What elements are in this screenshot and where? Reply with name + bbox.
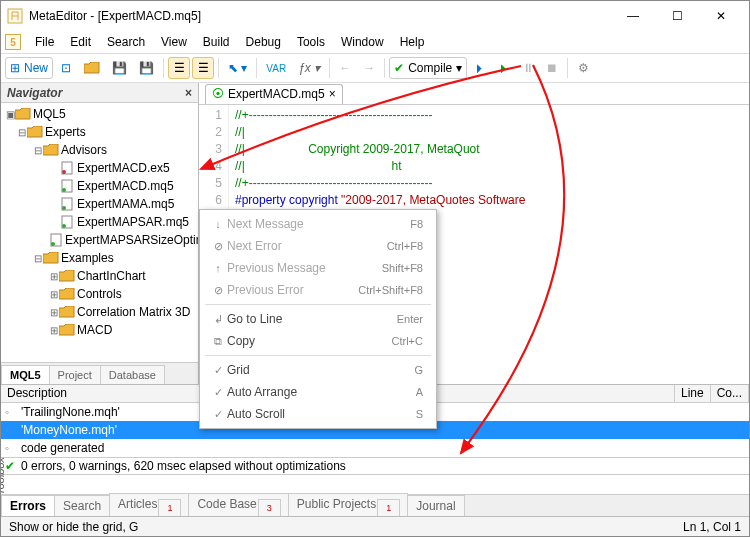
menu-window[interactable]: Window xyxy=(333,33,392,51)
app-icon xyxy=(7,8,23,24)
cursor-icon[interactable]: ⬉ ▾ xyxy=(223,57,252,79)
minimize-button[interactable]: — xyxy=(611,1,655,31)
editor-tab-file[interactable]: ⦿ ExpertMACD.mq5 × xyxy=(205,84,343,104)
toolbox-tab[interactable]: Search xyxy=(54,495,110,516)
toolbox-tab[interactable]: Public Projects1 xyxy=(288,493,408,516)
save-icon[interactable]: 💾 xyxy=(107,57,132,79)
svg-point-6 xyxy=(62,206,66,210)
tab-close-icon[interactable]: × xyxy=(329,87,336,101)
navigator-tab-project[interactable]: Project xyxy=(49,365,101,384)
navigator-panel: Navigator × ▣MQL5⊟Experts⊟AdvisorsExpert… xyxy=(1,83,199,384)
new-file-icon[interactable]: ⊡ xyxy=(55,57,77,79)
stop-icon[interactable]: ⏹ xyxy=(541,57,563,79)
navigator-tree[interactable]: ▣MQL5⊟Experts⊟AdvisorsExpertMACD.ex5Expe… xyxy=(1,103,198,362)
tree-item[interactable]: ⊞Correlation Matrix 3D xyxy=(1,303,198,321)
tree-item[interactable]: ⊟Examples xyxy=(1,249,198,267)
svg-point-4 xyxy=(62,188,66,192)
tree-item[interactable]: ⊞MACD xyxy=(1,321,198,339)
status-left: Show or hide the grid, G xyxy=(9,520,138,534)
ctx-item[interactable]: ✓Auto ArrangeA xyxy=(203,381,433,403)
save-all-icon[interactable]: 💾 xyxy=(134,57,159,79)
tree-item[interactable]: ExpertMAPSARSizeOptimized.mq5 xyxy=(1,231,198,249)
toolbox-row[interactable]: ✔0 errors, 0 warnings, 620 msec elapsed … xyxy=(1,457,749,475)
ctx-item[interactable]: ⧉CopyCtrl+C xyxy=(203,330,433,352)
pause-icon[interactable]: ⏸ xyxy=(517,57,539,79)
col-col[interactable]: Co... xyxy=(711,385,749,402)
ctx-item[interactable]: ✓GridG xyxy=(203,359,433,381)
var-icon[interactable]: VAR xyxy=(261,57,291,79)
run-icon[interactable]: ⏵ xyxy=(493,57,515,79)
debug-start-icon[interactable]: ⏵ xyxy=(469,57,491,79)
new-button[interactable]: ⊞ New xyxy=(5,57,53,79)
menu-view[interactable]: View xyxy=(153,33,195,51)
menu-build[interactable]: Build xyxy=(195,33,238,51)
app-menu-icon[interactable]: 5 xyxy=(5,34,21,50)
toolbox-tab[interactable]: Articles1 xyxy=(109,493,189,516)
view-icon-2[interactable]: ☰ xyxy=(192,57,214,79)
navigator-tabs: MQL5 Project Database xyxy=(1,362,198,384)
tree-item[interactable]: ExpertMACD.mq5 xyxy=(1,177,198,195)
context-menu[interactable]: ↓Next MessageF8⊘Next ErrorCtrl+F8↑Previo… xyxy=(199,209,437,429)
toolbox-row[interactable]: ◦code generated xyxy=(1,439,749,457)
settings-icon[interactable]: ⚙ xyxy=(572,57,594,79)
tree-item[interactable]: ExpertMAMA.mq5 xyxy=(1,195,198,213)
menu-edit[interactable]: Edit xyxy=(62,33,99,51)
toolbox-tab[interactable]: Code Base3 xyxy=(188,493,288,516)
ctx-item[interactable]: ⊘Next ErrorCtrl+F8 xyxy=(203,235,433,257)
open-folder-icon[interactable] xyxy=(79,57,105,79)
menu-file[interactable]: File xyxy=(27,33,62,51)
nav-back-icon[interactable]: ← xyxy=(334,57,356,79)
toolbox-tab[interactable]: Journal xyxy=(407,495,464,516)
ctx-item[interactable]: ↲Go to LineEnter xyxy=(203,308,433,330)
menu-search[interactable]: Search xyxy=(99,33,153,51)
svg-point-2 xyxy=(62,170,66,174)
ctx-item[interactable]: ✓Auto ScrollS xyxy=(203,403,433,425)
tree-item[interactable]: ⊞ChartInChart xyxy=(1,267,198,285)
menu-help[interactable]: Help xyxy=(392,33,433,51)
tree-item[interactable]: ExpertMAPSAR.mq5 xyxy=(1,213,198,231)
compile-button[interactable]: ✔ Compile ▾ xyxy=(389,57,467,79)
ctx-item[interactable]: ↑Previous MessageShift+F8 xyxy=(203,257,433,279)
toolbox-tabs: ErrorsSearchArticles1Code Base3Public Pr… xyxy=(1,494,749,516)
statusbar: Show or hide the grid, G Ln 1, Col 1 xyxy=(1,516,749,536)
tree-item[interactable]: ⊟Experts xyxy=(1,123,198,141)
window-title: MetaEditor - [ExpertMACD.mq5] xyxy=(29,9,611,23)
svg-point-8 xyxy=(62,224,66,228)
fx-icon[interactable]: ƒx ▾ xyxy=(293,57,325,79)
tree-root[interactable]: ▣MQL5 xyxy=(1,105,198,123)
col-line[interactable]: Line xyxy=(675,385,711,402)
close-button[interactable]: ✕ xyxy=(699,1,743,31)
toolbox-tab[interactable]: Errors xyxy=(1,495,55,516)
status-right: Ln 1, Col 1 xyxy=(683,520,741,534)
nav-fwd-icon[interactable]: → xyxy=(358,57,380,79)
tree-item[interactable]: ExpertMACD.ex5 xyxy=(1,159,198,177)
navigator-tab-database[interactable]: Database xyxy=(100,365,165,384)
menu-tools[interactable]: Tools xyxy=(289,33,333,51)
navigator-close-icon[interactable]: × xyxy=(185,86,192,100)
toolbox-label: Toolbox xyxy=(1,457,6,494)
menubar: 5 File Edit Search View Build Debug Tool… xyxy=(1,31,749,53)
navigator-tab-mql5[interactable]: MQL5 xyxy=(1,365,50,384)
toolbar: ⊞ New ⊡ 💾 💾 ☰ ☰ ⬉ ▾ VAR ƒx ▾ ← → ✔ Compi… xyxy=(1,53,749,83)
menu-debug[interactable]: Debug xyxy=(238,33,289,51)
editor-tabs: ⦿ ExpertMACD.mq5 × xyxy=(199,83,749,105)
maximize-button[interactable]: ☐ xyxy=(655,1,699,31)
navigator-header: Navigator × xyxy=(1,83,198,103)
tree-item[interactable]: ⊞Controls xyxy=(1,285,198,303)
titlebar: MetaEditor - [ExpertMACD.mq5] — ☐ ✕ xyxy=(1,1,749,31)
tree-item[interactable]: ⊟Advisors xyxy=(1,141,198,159)
ctx-item[interactable]: ↓Next MessageF8 xyxy=(203,213,433,235)
ctx-item[interactable]: ⊘Previous ErrorCtrl+Shift+F8 xyxy=(203,279,433,301)
file-ok-icon: ⦿ xyxy=(212,87,224,101)
svg-point-10 xyxy=(51,242,55,246)
view-icon-1[interactable]: ☰ xyxy=(168,57,190,79)
